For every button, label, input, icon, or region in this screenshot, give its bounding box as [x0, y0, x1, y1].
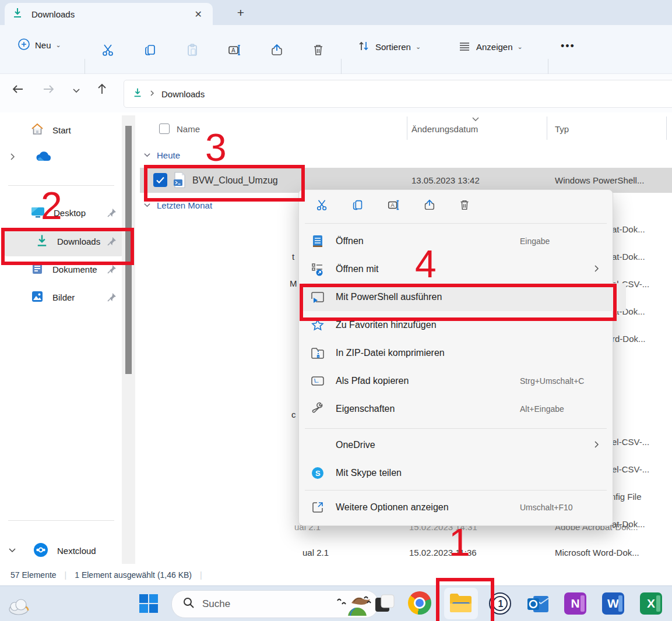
up-button[interactable]	[92, 82, 112, 102]
chevron-down-icon	[143, 200, 151, 210]
sidebar-divider	[8, 520, 114, 521]
word-icon[interactable]: W	[602, 592, 624, 615]
rename-button[interactable]: A	[227, 43, 242, 58]
search-icon	[182, 597, 195, 612]
tab-close-icon[interactable]: ✕	[191, 9, 206, 20]
address-bar[interactable]: Downloads	[124, 80, 672, 108]
rename-icon[interactable]: A	[386, 198, 400, 214]
group-label: Letzten Monat	[157, 200, 212, 210]
taskbar-search[interactable]: Suche	[171, 590, 379, 618]
column-header-name[interactable]: Name	[177, 124, 200, 134]
chrome-icon[interactable]	[408, 591, 431, 615]
chevron-right-icon	[592, 264, 600, 274]
back-button[interactable]	[8, 82, 28, 102]
menu-item-oeffnen-mit[interactable]: Öffnen mit	[302, 255, 626, 283]
menu-item-label: Öffnen mit	[336, 264, 618, 274]
explorer-window: Downloads ✕ + Neu ⌄ A Sortieren ⌄ Anzeig…	[0, 0, 672, 621]
cut-icon[interactable]	[315, 198, 329, 214]
file-name-fragment: t	[292, 252, 294, 262]
copy-button[interactable]	[143, 43, 158, 58]
column-header-date[interactable]: Änderungsdatum	[411, 124, 478, 134]
onenote-icon[interactable]: N	[564, 592, 586, 615]
view-button[interactable]: Anzeigen ⌄	[458, 39, 523, 55]
sidebar-item-onedrive[interactable]	[8, 150, 52, 165]
share-icon[interactable]	[422, 198, 436, 214]
weather-cloud-icon[interactable]	[6, 590, 34, 619]
select-all-checkbox[interactable]	[159, 124, 170, 134]
sidebar-item-nextcloud[interactable]: Nextcloud	[8, 542, 96, 560]
tab-title: Downloads	[31, 9, 191, 19]
skype-icon: S	[310, 466, 325, 480]
menu-divider	[305, 223, 607, 224]
menu-item-zip-komprimieren[interactable]: In ZIP-Datei komprimieren	[302, 339, 626, 367]
file-date: 13.05.2023 13:42	[411, 175, 480, 185]
copy-icon[interactable]	[351, 198, 365, 214]
sidebar-item-bilder[interactable]: Bilder	[30, 290, 75, 305]
sort-button[interactable]: Sortieren ⌄	[357, 39, 421, 55]
trash-icon[interactable]	[458, 198, 472, 214]
search-highlight-bird-graphic[interactable]	[330, 590, 374, 618]
column-header-type[interactable]: Typ	[555, 124, 569, 134]
sidebar-item-start[interactable]: Start	[30, 122, 71, 138]
share-button[interactable]	[269, 43, 284, 58]
chevron-down-icon: ⌄	[416, 43, 421, 51]
chevron-down-icon	[8, 546, 16, 556]
svg-text:A: A	[231, 47, 235, 54]
new-button[interactable]: Neu ⌄	[17, 38, 61, 52]
windows-start-button[interactable]	[138, 593, 159, 616]
copy-path-icon: \..	[310, 375, 325, 387]
chevron-down-icon: ⌄	[518, 43, 523, 51]
menu-item-oeffnen[interactable]: Öffnen Eingabe	[302, 227, 626, 255]
menu-shortcut: Eingabe	[520, 237, 550, 246]
cut-button[interactable]	[101, 43, 116, 58]
column-divider[interactable]	[666, 117, 667, 140]
open-app-icon	[310, 234, 325, 248]
tab-downloads[interactable]: Downloads ✕	[5, 3, 213, 25]
outlook-icon[interactable]	[526, 592, 551, 618]
svg-text:\..: \..	[314, 378, 319, 384]
column-divider[interactable]	[407, 117, 407, 140]
menu-item-eigenschaften[interactable]: Eigenschaften Alt+Eingabe	[302, 395, 626, 423]
download-icon	[12, 7, 23, 21]
forward-button[interactable]	[38, 82, 58, 102]
sidebar-item-label: Bilder	[52, 292, 75, 302]
view-button-label: Anzeigen	[476, 42, 513, 52]
chevron-right-icon	[592, 440, 600, 450]
menu-item-weitere-optionen[interactable]: Weitere Optionen anzeigen Umschalt+F10	[302, 493, 626, 521]
excel-icon[interactable]: X	[640, 592, 662, 615]
status-divider: |	[200, 570, 202, 580]
annotation-number-2: 2	[41, 186, 62, 225]
annotation-box-4-powershell	[300, 284, 617, 321]
sidebar-item-label: Nextcloud	[57, 546, 96, 556]
selection-info: 1 Element ausgewählt (1,46 KB)	[75, 570, 192, 580]
address-row: Downloads	[0, 74, 672, 112]
group-header-heute[interactable]: Heute	[143, 150, 180, 160]
delete-button[interactable]	[311, 43, 326, 58]
menu-item-onedrive[interactable]: OneDrive	[302, 431, 626, 459]
annotation-number-1: 1	[449, 523, 470, 562]
search-placeholder: Suche	[202, 598, 330, 610]
recent-locations-chevron[interactable]	[66, 82, 86, 102]
column-divider[interactable]	[547, 117, 547, 140]
group-header-letzten-monat[interactable]: Letzten Monat	[143, 200, 212, 210]
menu-item-mit-skype-teilen[interactable]: S Mit Skype teilen	[302, 459, 626, 487]
new-tab-button[interactable]: +	[230, 3, 251, 22]
file-name-fragment: c	[291, 410, 296, 419]
pin-icon	[107, 207, 117, 220]
more-options-window-icon	[310, 500, 325, 514]
menu-item-label: Mit Skype teilen	[336, 468, 618, 478]
paste-button[interactable]	[185, 43, 200, 58]
menu-item-als-pfad-kopieren[interactable]: \.. Als Pfad kopieren Strg+Umschalt+C	[302, 367, 626, 395]
sort-icon	[357, 39, 371, 55]
more-options-button[interactable]: •••	[561, 40, 575, 52]
menu-divider	[305, 428, 607, 429]
menu-item-label: In ZIP-Datei komprimieren	[336, 348, 618, 358]
taskbar: 1 Suche 1 !	[0, 585, 672, 621]
breadcrumb[interactable]: Downloads	[161, 89, 205, 99]
context-menu: A Öffnen Eingabe Öffnen mit Mit PowerShe…	[298, 189, 613, 526]
nextcloud-icon	[33, 542, 49, 560]
menu-item-label: Öffnen	[336, 236, 618, 246]
paste-icon	[185, 43, 200, 58]
menu-item-label: Eigenschaften	[336, 404, 618, 414]
task-view-button[interactable]	[374, 593, 396, 618]
